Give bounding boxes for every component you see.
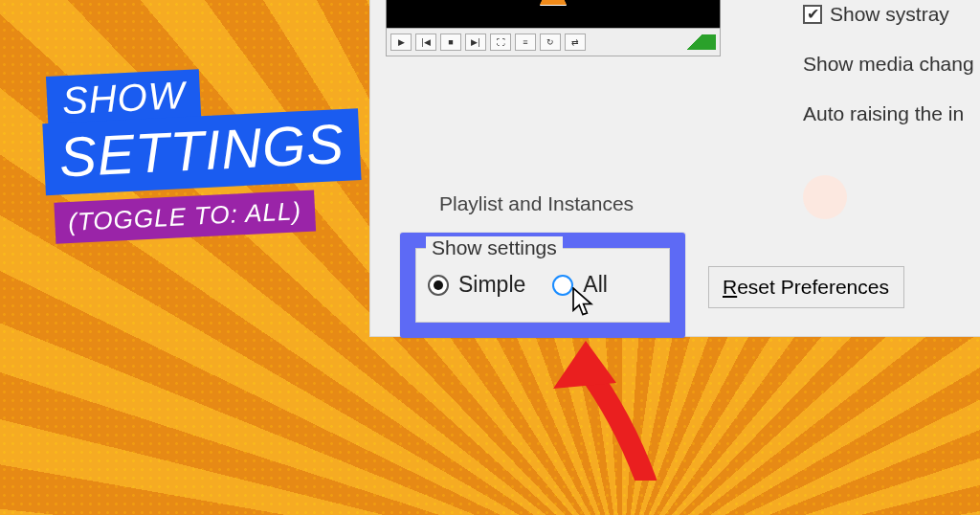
- radio-all[interactable]: [552, 275, 573, 296]
- highlight-frame: Show settings Simple All: [400, 233, 685, 338]
- next-icon: ▶|: [465, 34, 486, 51]
- decorative-dot: [803, 175, 847, 219]
- reset-label-rest: eset Preferences: [737, 276, 889, 299]
- stop-icon: ■: [440, 34, 461, 51]
- auto-raising-label: Auto raising the in: [803, 102, 964, 125]
- annotation-arrow-icon: [536, 337, 670, 481]
- systray-label: Show systray: [830, 3, 949, 26]
- vlc-cone-icon: [540, 0, 567, 5]
- checkbox-checked-icon[interactable]: ✔: [803, 5, 822, 24]
- shuffle-icon: ⇄: [565, 34, 586, 51]
- prev-icon: |◀: [415, 34, 436, 51]
- loop-icon: ↻: [540, 34, 561, 51]
- volume-icon: [674, 34, 716, 50]
- preview-controls: ▶ |◀ ■ ▶| ⛶ ≡ ↻ ⇄: [386, 28, 721, 56]
- radio-simple-label: Simple: [458, 272, 525, 298]
- fullscreen-icon: ⛶: [490, 34, 511, 51]
- mouse-cursor-icon: [572, 287, 593, 316]
- media-change-label: Show media chang: [803, 53, 974, 76]
- playlist-icon: ≡: [515, 34, 536, 51]
- graphic-stage: SHOW SETTINGS (TOGGLE TO: ALL) ▶ |◀ ■ ▶|…: [0, 0, 980, 515]
- reset-preferences-button[interactable]: Reset Preferences: [708, 266, 904, 308]
- systray-checkbox-row[interactable]: ✔ Show systray: [803, 3, 949, 26]
- radio-simple[interactable]: [428, 275, 449, 296]
- section-playlist-instances: Playlist and Instances: [439, 192, 634, 215]
- reset-accelerator: R: [723, 276, 737, 299]
- show-settings-legend: Show settings: [426, 236, 563, 259]
- play-icon: ▶: [390, 34, 412, 51]
- callout-stack: SHOW SETTINGS (TOGGLE TO: ALL): [46, 61, 364, 244]
- skin-preview: ▶ |◀ ■ ▶| ⛶ ≡ ↻ ⇄: [386, 0, 721, 56]
- show-settings-groupbox: Show settings Simple All: [415, 248, 670, 323]
